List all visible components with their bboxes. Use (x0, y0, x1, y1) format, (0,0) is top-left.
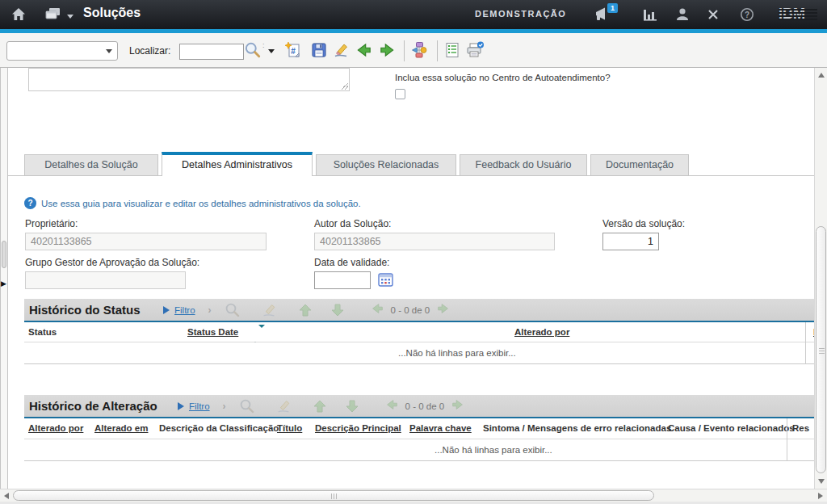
move-down-icon (344, 398, 360, 414)
calendar-icon[interactable] (378, 271, 393, 290)
column-divider (787, 418, 787, 439)
column-header-descricao-classificacao: Descrição da Classificação (159, 418, 279, 439)
table-edit-icon (275, 398, 292, 414)
home-icon[interactable] (10, 6, 27, 26)
tab-feedback-do-usuario[interactable]: Feedback do Usuário (460, 154, 587, 175)
pagination-label: 0 - 0 de 0 (405, 401, 445, 411)
column-header-alterado-por[interactable]: Alterado por (514, 322, 569, 342)
status-history-empty-row: ...Não há linhas para exibir... (24, 342, 814, 364)
app-switcher-icon[interactable] (44, 6, 73, 21)
workflow-icon[interactable] (410, 41, 428, 59)
save-icon[interactable] (310, 41, 328, 59)
tab-label: Documentação (606, 159, 674, 170)
tab-solucoes-relacionadas[interactable]: Soluções Relacionadas (316, 154, 456, 175)
scroll-down-arrow-icon[interactable] (818, 479, 825, 484)
print-icon[interactable] (465, 41, 483, 59)
sort-icon[interactable] (252, 328, 265, 342)
change-history-empty-row: ...Não há linhas para exibir... (24, 439, 814, 461)
description-textarea[interactable] (28, 68, 350, 91)
chart-icon[interactable] (642, 8, 658, 25)
self-service-question-label: Inclua essa solução no Centro de Autoate… (395, 73, 611, 82)
vertical-scrollbar[interactable] (814, 68, 827, 489)
proprietario-field[interactable] (25, 233, 267, 250)
scroll-right-arrow-icon[interactable] (818, 493, 823, 499)
panel-expand-arrow-icon[interactable]: ▶ (1, 279, 6, 288)
horizontal-scrollbar-thumb[interactable] (13, 490, 654, 501)
search-input[interactable] (179, 44, 244, 60)
info-message: Use essa guia para visualizar e editar o… (41, 199, 361, 208)
tab-label: Detalhes da Solução (44, 159, 137, 170)
proprietario-label: Proprietário: (25, 218, 78, 229)
top-navigation-bar: Soluções DEMONSTRAÇÃO 1 ? (0, 0, 827, 29)
autor-da-solucao-label: Autor da Solução: (314, 218, 391, 229)
tab-documentacao[interactable]: Documentação (590, 154, 689, 175)
grupo-gestor-field[interactable] (25, 271, 186, 289)
textarea-resize-grip[interactable] (340, 82, 348, 90)
filter-expand-icon[interactable] (178, 402, 184, 410)
section-title: Histórico do Status (29, 299, 141, 321)
person-icon[interactable] (675, 7, 690, 25)
info-icon: ? (24, 197, 36, 209)
self-service-checkbox[interactable] (395, 89, 405, 99)
scroll-up-arrow-icon[interactable] (818, 73, 825, 78)
data-de-validade-field[interactable] (314, 271, 371, 289)
tab-detalhes-da-solucao[interactable]: Detalhes da Solução (24, 154, 158, 175)
next-page-icon (451, 397, 465, 415)
side-panel-handle[interactable] (2, 241, 6, 268)
search-icon[interactable] (244, 41, 262, 59)
toolbar-separator (437, 40, 438, 61)
environment-label: DEMONSTRAÇÃO (475, 9, 566, 19)
chevron-down-icon (67, 15, 73, 19)
column-divider (787, 439, 787, 461)
table-search-icon (225, 302, 241, 318)
table-controls: Filtro › 0 - 0 de 0 (178, 395, 465, 417)
status-history-section: Histórico do Status Filtro › (24, 299, 814, 364)
autor-da-solucao-field[interactable] (314, 233, 555, 250)
column-header-descricao-principal[interactable]: Descrição Principal (315, 418, 401, 439)
ibm-logo: IBM (779, 6, 817, 22)
search-menu-caret[interactable] (268, 49, 275, 53)
grupo-gestor-label: Grupo Gestor de Aprovação da Solução: (25, 257, 199, 268)
scroll-left-arrow-icon[interactable] (4, 493, 9, 499)
change-history-section: Histórico de Alteração Filtro › (24, 395, 814, 461)
tabs-divider (8, 175, 814, 176)
column-header-alterado-por[interactable]: Alterado por (28, 418, 83, 439)
filter-chevron-icon[interactable]: › (223, 401, 226, 412)
tab-detalhes-administrativos[interactable]: Detalhes Administrativos (162, 152, 313, 176)
tab-label: Feedback do Usuário (476, 159, 572, 170)
reports-icon[interactable] (443, 41, 461, 59)
svg-text:#: # (291, 47, 296, 56)
versao-da-solucao-label: Versão da solução: (602, 218, 685, 229)
svg-text:?: ? (745, 10, 749, 19)
status-history-header-row: Status Status Date Alterado por M (24, 322, 814, 342)
tab-label: Soluções Relacionadas (334, 159, 439, 170)
clear-icon[interactable] (332, 41, 350, 59)
versao-da-solucao-field[interactable] (602, 233, 659, 250)
column-header-titulo[interactable]: Título (277, 418, 302, 439)
vertical-scrollbar-thumb[interactable] (816, 226, 826, 473)
filter-expand-icon[interactable] (163, 306, 170, 314)
status-history-titlebar: Histórico do Status Filtro › (24, 299, 814, 321)
column-header-status-date[interactable]: Status Date (187, 322, 238, 342)
tab-label: Detalhes Administrativos (182, 159, 292, 170)
next-record-icon[interactable] (378, 41, 396, 59)
record-select[interactable] (6, 41, 118, 61)
collapsed-side-panel[interactable]: ▶ (0, 68, 8, 489)
filter-chevron-icon[interactable]: › (208, 304, 212, 316)
new-record-icon[interactable]: # (284, 41, 302, 59)
app-window: Soluções DEMONSTRAÇÃO 1 ? (0, 0, 827, 504)
horizontal-scrollbar[interactable] (0, 489, 827, 502)
column-divider (805, 342, 806, 364)
close-icon[interactable] (707, 8, 720, 24)
section-title: Histórico de Alteração (29, 395, 157, 417)
filter-link[interactable]: Filtro (189, 401, 210, 411)
previous-record-icon[interactable] (355, 41, 372, 59)
help-icon[interactable]: ? (740, 7, 754, 25)
search-options-dots: : (262, 43, 265, 48)
toolbar-separator (404, 40, 405, 61)
column-header-palavra-chave[interactable]: Palavra chave (409, 418, 472, 439)
column-header-alterado-em[interactable]: Alterado em (94, 418, 148, 439)
filter-link[interactable]: Filtro (174, 305, 195, 315)
prev-page-icon (384, 397, 399, 415)
change-history-header-row: Alterado por Alterado em Descrição da Cl… (24, 418, 814, 439)
